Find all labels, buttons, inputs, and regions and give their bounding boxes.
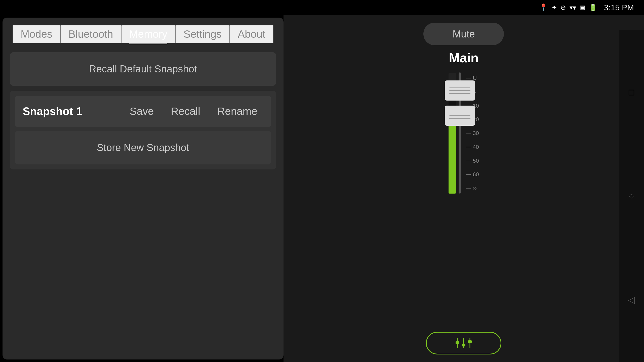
circle-nav-button[interactable]: ○ (629, 191, 634, 201)
main-label: Main (449, 50, 478, 65)
tab-about[interactable]: About (230, 25, 273, 43)
scale-tick (466, 133, 471, 133)
fader-line (449, 90, 470, 91)
scale-label: 40 (473, 144, 479, 150)
back-nav-button[interactable]: ◁ (628, 295, 635, 305)
scale-tick (466, 174, 471, 175)
status-bar: 📍 ✦ ⊖ ▾▾ ▣ 🔋 3:15 PM (0, 0, 644, 15)
main-layout: Modes Bluetooth Memory Settings About Re… (0, 15, 644, 362)
scale-label: 50 (473, 158, 479, 164)
block-icon: ⊖ (560, 4, 566, 11)
fader-track[interactable] (459, 73, 461, 194)
status-icons: 📍 ✦ ⊖ ▾▾ ▣ 🔋 (539, 4, 597, 11)
tabs-bar: Modes Bluetooth Memory Settings About (10, 25, 276, 43)
scale-tick (466, 188, 471, 189)
side-nav: □ ○ ◁ (619, 30, 644, 362)
signal-icon: ▣ (580, 5, 585, 11)
fader-line (449, 118, 470, 119)
right-panel: Mute Main (284, 15, 644, 362)
recall-snapshot-button[interactable]: Recall (165, 103, 206, 120)
content-area: Recall Default Snapshot Snapshot 1 Save … (10, 52, 276, 352)
fader-line (449, 113, 470, 113)
equalizer-icon (454, 337, 474, 349)
eq-button[interactable] (426, 332, 501, 354)
scale-tick (466, 147, 471, 147)
tab-memory[interactable]: Memory (121, 25, 176, 43)
fader-handle-lower[interactable] (445, 106, 475, 126)
fader-handle-upper[interactable] (445, 80, 475, 101)
fader-line (449, 115, 470, 116)
recall-default-button[interactable]: Recall Default Snapshot (10, 52, 276, 86)
battery-icon: 🔋 (589, 4, 597, 11)
scale-mark-50: 50 (466, 158, 479, 164)
wifi-icon: ▾▾ (570, 4, 576, 11)
rename-snapshot-button[interactable]: Rename (211, 103, 263, 120)
scale-mark-30: 30 (466, 130, 479, 137)
scale-mark-60: 60 (466, 171, 479, 178)
fader-handle-lines-lower (449, 113, 470, 119)
scale-label: 30 (473, 130, 479, 137)
square-nav-button[interactable]: □ (629, 87, 634, 98)
scale-tick (466, 78, 471, 78)
svg-rect-5 (468, 340, 472, 343)
svg-rect-3 (462, 344, 465, 346)
scale-tick (466, 161, 471, 161)
tab-modes[interactable]: Modes (13, 25, 60, 43)
snapshot-row: Snapshot 1 Save Recall Rename (15, 96, 271, 127)
save-snapshot-button[interactable]: Save (124, 103, 160, 120)
fader-area: U 5 10 20 30 (286, 70, 641, 357)
tab-bluetooth[interactable]: Bluetooth (60, 25, 121, 43)
snapshots-section: Snapshot 1 Save Recall Rename Store New … (10, 91, 276, 169)
fader-line (449, 87, 470, 88)
scale-mark-inf: ∞ (466, 185, 479, 192)
scale-label: 60 (473, 171, 479, 178)
snapshot-name: Snapshot 1 (23, 105, 119, 118)
svg-rect-1 (456, 341, 459, 344)
location-icon: 📍 (539, 4, 548, 11)
fader-line (449, 93, 470, 94)
scale-mark-40: 40 (466, 144, 479, 150)
fader-handle-lines-upper (449, 87, 470, 94)
store-new-snapshot-button[interactable]: Store New Snapshot (15, 131, 271, 164)
tab-settings[interactable]: Settings (175, 25, 230, 43)
fader-column (459, 70, 461, 196)
bluetooth-status-icon: ✦ (551, 4, 557, 11)
mute-button[interactable]: Mute (423, 23, 504, 45)
scale-label: ∞ (473, 185, 477, 192)
status-time: 3:15 PM (604, 3, 634, 12)
left-panel: Modes Bluetooth Memory Settings About Re… (3, 18, 284, 359)
